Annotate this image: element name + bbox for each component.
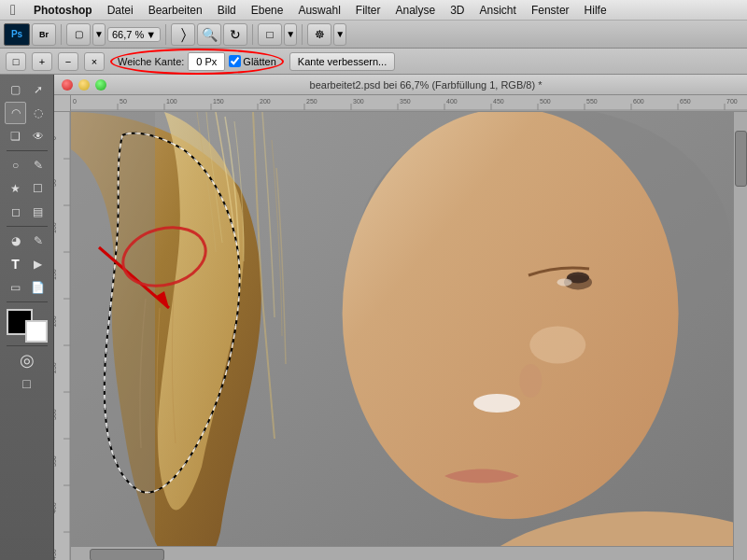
- scrollbar-vertical[interactable]: [733, 112, 747, 560]
- bridge-btn[interactable]: Br: [32, 23, 56, 46]
- canvas-area[interactable]: 0 50 100 150 200 250 300 350 400: [54, 95, 747, 560]
- selection-mode-intersect[interactable]: ×: [84, 52, 105, 71]
- menu-auswahl[interactable]: Auswahl: [290, 2, 347, 19]
- quick-mask-btn[interactable]: ◎: [5, 349, 49, 371]
- options-bar: □ + − × Weiche Kante: Glätten Kante verb…: [0, 49, 747, 75]
- minimize-btn[interactable]: [78, 79, 90, 91]
- rotate-tool-btn[interactable]: ↻: [223, 23, 247, 46]
- quick-select-tool[interactable]: ◌: [27, 102, 49, 124]
- tool-group-dodge: ◕ ✎: [5, 230, 49, 252]
- svg-text:150: 150: [213, 98, 224, 105]
- marquee-tool[interactable]: ▢: [5, 78, 26, 101]
- tool-group-type: T ▶: [5, 253, 49, 275]
- improve-edge-btn[interactable]: Kante verbessern...: [289, 52, 395, 71]
- tool-group-eraser: ◻ ▤: [5, 201, 49, 223]
- window-titlebar: bearbeitet2.psd bei 66,7% (Farbfüllung 1…: [54, 75, 747, 95]
- svg-text:50: 50: [120, 98, 127, 105]
- extra-btn[interactable]: ☸: [307, 23, 331, 46]
- svg-text:400: 400: [446, 98, 458, 105]
- svg-point-57: [519, 364, 542, 398]
- menu-analyse[interactable]: Analyse: [388, 2, 443, 19]
- screen-mode-tool[interactable]: □: [5, 372, 49, 395]
- ruler-horizontal: 0 50 100 150 200 250 300 350 400: [71, 95, 747, 112]
- scrollbar-v-thumb[interactable]: [735, 131, 747, 187]
- move-tool[interactable]: ➚: [27, 78, 49, 101]
- scrollbar-horizontal[interactable]: [71, 546, 733, 560]
- svg-text:500: 500: [540, 98, 551, 105]
- color-selector[interactable]: [7, 309, 48, 343]
- ruler-corner: [54, 95, 71, 112]
- zoom-tool-btn[interactable]: 🔍: [197, 23, 221, 46]
- eraser-tool[interactable]: ◻: [5, 201, 26, 223]
- screen-mode-btn[interactable]: ▢: [66, 23, 91, 46]
- ruler-v-svg: 0 50 100 150 200 250 300 350 400: [54, 112, 71, 560]
- menu-datei[interactable]: Datei: [100, 2, 141, 19]
- menu-bearbeiten[interactable]: Bearbeiten: [141, 2, 210, 19]
- svg-point-53: [343, 112, 679, 519]
- tool-group-selection: ▢ ➚: [5, 78, 49, 101]
- layout-btn[interactable]: □: [258, 23, 282, 46]
- selection-mode-new[interactable]: □: [6, 52, 26, 71]
- crop-tool[interactable]: ❏: [5, 125, 26, 147]
- feather-input[interactable]: [188, 52, 225, 71]
- svg-text:600: 600: [633, 98, 644, 105]
- gradient-tool[interactable]: ▤: [27, 201, 49, 223]
- ps-logo: Ps: [4, 23, 30, 46]
- menu-photoshop[interactable]: Photoshop: [26, 2, 100, 19]
- svg-text:700: 700: [726, 98, 738, 105]
- menu-3d[interactable]: 3D: [443, 2, 472, 19]
- menu-fenster[interactable]: Fenster: [524, 2, 577, 19]
- photo-canvas[interactable]: [71, 112, 747, 560]
- ruler-vertical: 0 50 100 150 200 250 300 350 400: [54, 112, 71, 560]
- selection-mode-subtract[interactable]: −: [58, 52, 78, 71]
- background-color[interactable]: [25, 320, 48, 343]
- smooth-checkbox-label: Glätten: [229, 55, 275, 67]
- svg-text:300: 300: [353, 98, 364, 105]
- menu-bild[interactable]: Bild: [210, 2, 244, 19]
- svg-text:250: 250: [54, 362, 57, 373]
- svg-text:200: 200: [54, 315, 57, 327]
- zoom-dropdown-icon[interactable]: ▼: [146, 29, 156, 40]
- svg-text:650: 650: [680, 98, 691, 105]
- maximize-btn[interactable]: [95, 79, 106, 91]
- menu-ansicht[interactable]: Ansicht: [472, 2, 524, 19]
- menu-ebene[interactable]: Ebene: [244, 2, 291, 19]
- window-title: bearbeitet2.psd bei 66,7% (Farbfüllung 1…: [112, 79, 740, 91]
- svg-point-56: [557, 278, 572, 286]
- screen-mode-dropdown[interactable]: ▼: [92, 23, 106, 46]
- notes-tool[interactable]: 📄: [27, 276, 49, 299]
- brush-tool[interactable]: ✎: [27, 154, 49, 176]
- clone-stamp-tool[interactable]: ★: [5, 177, 26, 200]
- toolbar-sep-2: [165, 24, 166, 45]
- ruler-h-svg: 0 50 100 150 200 250 300 350 400: [71, 95, 747, 111]
- history-tool[interactable]: ☐: [27, 177, 49, 200]
- tool-sep-4: [7, 345, 48, 346]
- menu-hilfe[interactable]: Hilfe: [577, 2, 614, 19]
- svg-text:400: 400: [54, 502, 57, 513]
- svg-point-59: [529, 327, 585, 364]
- path-select-tool[interactable]: ▶: [27, 253, 49, 275]
- close-btn[interactable]: [62, 79, 73, 91]
- zoom-display: 66,7 % ▼: [107, 27, 161, 42]
- shape-tool[interactable]: ▭: [5, 276, 26, 299]
- tool-group-lasso: ◠ ◌: [5, 102, 49, 124]
- toolbar-sep-4: [302, 24, 303, 45]
- svg-text:100: 100: [54, 222, 57, 233]
- spot-heal-tool[interactable]: ○: [5, 154, 26, 176]
- tool-sep-3: [7, 301, 48, 302]
- smooth-checkbox[interactable]: [229, 55, 241, 67]
- apple-menu[interactable]: : [4, 0, 22, 21]
- selection-mode-add[interactable]: +: [32, 52, 52, 71]
- pen-tool[interactable]: ✎: [27, 230, 49, 252]
- photo-image: [71, 112, 747, 560]
- menu-filter[interactable]: Filter: [348, 2, 388, 19]
- lasso-tool[interactable]: ◠: [5, 102, 26, 124]
- layout-dropdown[interactable]: ▼: [284, 23, 297, 46]
- scrollbar-h-thumb[interactable]: [90, 549, 164, 560]
- type-tool[interactable]: T: [5, 253, 26, 275]
- tool-sep-1: [7, 150, 48, 151]
- extra-dropdown[interactable]: ▼: [333, 23, 346, 46]
- eyedropper-tool[interactable]: 👁: [27, 125, 49, 147]
- hand-tool-btn[interactable]: 〉: [171, 23, 195, 46]
- dodge-tool[interactable]: ◕: [5, 230, 26, 252]
